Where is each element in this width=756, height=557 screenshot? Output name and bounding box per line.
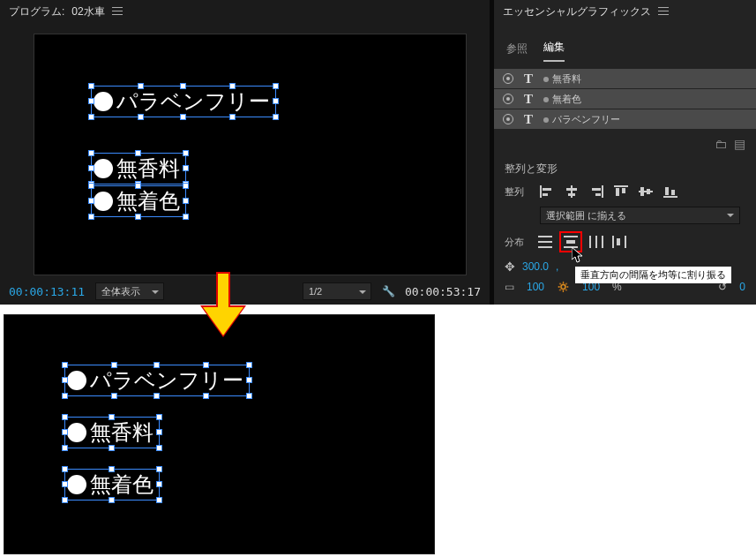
distribute-label: 分布 [505, 236, 531, 249]
align-bottom-icon[interactable] [662, 184, 679, 199]
align-transform-section-title: 整列と変形 [494, 158, 756, 180]
mouse-cursor-icon [572, 247, 584, 263]
align-hcenter-icon[interactable] [563, 184, 580, 199]
result-preview-canvas: パラベンフリー 無香料 無着色 [4, 314, 435, 554]
program-monitor-canvas[interactable]: パラベンフリー 無香料 無着色 [34, 34, 467, 275]
align-left-icon[interactable] [538, 184, 556, 199]
scale-value[interactable]: 100 [527, 281, 544, 293]
distribute-row: 分布 [494, 228, 756, 256]
zoom-dropdown[interactable]: 1/2 [303, 282, 371, 300]
text-layer-label: パラベンフリー [116, 87, 270, 116]
program-title-prefix: プログラム: [9, 4, 64, 19]
text-layer-label: 無香料 [90, 418, 153, 447]
essential-graphics-panel: エッセンシャルグラフィックス 参照 編集 T 無香料 T 無着色 T パラベンフ… [494, 0, 756, 305]
rotation-value[interactable]: 0 [739, 281, 745, 293]
program-panel-header: プログラム: 02水車 [0, 0, 490, 23]
distribute-horizontal-space-icon[interactable] [610, 234, 628, 250]
visibility-eye-icon[interactable] [503, 73, 513, 84]
eg-panel-header: エッセンシャルグラフィックス [494, 0, 756, 23]
eg-layer-name: 無着色 [543, 93, 581, 106]
eg-layer-list: T 無香料 T 無着色 T パラベンフリー [494, 69, 756, 129]
result-text-layer: パラベンフリー [64, 365, 250, 396]
result-text-layer: 無着色 [64, 469, 160, 501]
current-timecode[interactable]: 00:00:13:11 [9, 285, 85, 298]
settings-wrench-icon[interactable] [382, 285, 394, 297]
panel-menu-icon[interactable] [112, 7, 123, 16]
bullet-icon [94, 192, 113, 211]
tab-browse[interactable]: 参照 [506, 41, 528, 62]
align-scope-row: 選択範囲 に揃える [494, 203, 756, 228]
align-scope-dropdown[interactable]: 選択範囲 に揃える [540, 207, 740, 224]
panel-menu-icon[interactable] [658, 7, 669, 16]
text-layer-color-free[interactable]: 無着色 [91, 185, 186, 217]
opacity-icon: 🔅 [557, 281, 570, 293]
tooltip: 垂直方向の間隔を均等に割り振る [575, 267, 731, 283]
align-top-icon[interactable] [612, 184, 630, 199]
new-folder-icon[interactable]: 🗀 [715, 137, 727, 151]
program-panel: プログラム: 02水車 パラベンフリー 無香料 [0, 0, 490, 305]
duration-timecode: 00:00:53:17 [405, 285, 481, 298]
distribute-vtop-icon[interactable] [536, 234, 554, 250]
align-vcenter-icon[interactable] [637, 184, 655, 199]
eg-layer-row[interactable]: T 無香料 [494, 69, 756, 88]
text-layer-label: 無着色 [116, 187, 180, 215]
align-row: 整列 [494, 180, 756, 203]
text-type-icon: T [524, 112, 533, 127]
eg-panel-title: エッセンシャルグラフィックス [503, 4, 651, 19]
text-type-icon: T [524, 72, 533, 87]
bullet-icon [67, 423, 86, 442]
program-transport-bar: 00:00:13:11 全体表示 1/2 00:00:53:17 [9, 282, 481, 301]
text-layer-label: 無着色 [90, 470, 153, 499]
eg-layer-row[interactable]: T 無着色 [494, 89, 756, 109]
text-layer-paraben-free[interactable]: パラベンフリー [91, 86, 276, 117]
result-text-layer: 無香料 [64, 417, 160, 448]
eg-layer-name: パラベンフリー [543, 113, 620, 126]
eg-tabs: 参照 編集 [494, 37, 756, 62]
text-layer-label: パラベンフリー [90, 366, 243, 395]
position-x-value[interactable]: 300.0 [522, 260, 549, 273]
scale-icon: ▭ [505, 281, 514, 293]
new-layer-icon[interactable]: ▤ [734, 137, 745, 151]
visibility-eye-icon[interactable] [503, 114, 513, 124]
position-icon: ✥ [505, 260, 515, 274]
bullet-icon [67, 371, 86, 390]
bullet-icon [67, 475, 86, 494]
bullet-icon [94, 92, 113, 111]
distribute-hleft-icon[interactable] [588, 234, 605, 250]
text-layer-fragrance-free[interactable]: 無香料 [91, 153, 186, 184]
eg-layer-name: 無香料 [543, 72, 581, 86]
visibility-eye-icon[interactable] [503, 94, 513, 104]
text-type-icon: T [524, 92, 533, 107]
align-label: 整列 [505, 185, 531, 199]
bullet-icon [94, 159, 113, 178]
program-title-name: 02水車 [71, 4, 104, 19]
eg-layer-toolbar: 🗀 ▤ [494, 130, 756, 158]
arrow-annotation [205, 272, 242, 341]
eg-layer-row[interactable]: T パラベンフリー [494, 109, 756, 129]
align-right-icon[interactable] [588, 184, 605, 199]
tab-edit[interactable]: 編集 [543, 40, 565, 62]
view-mode-dropdown[interactable]: 全体表示 [95, 282, 164, 300]
text-layer-label: 無香料 [116, 154, 180, 183]
